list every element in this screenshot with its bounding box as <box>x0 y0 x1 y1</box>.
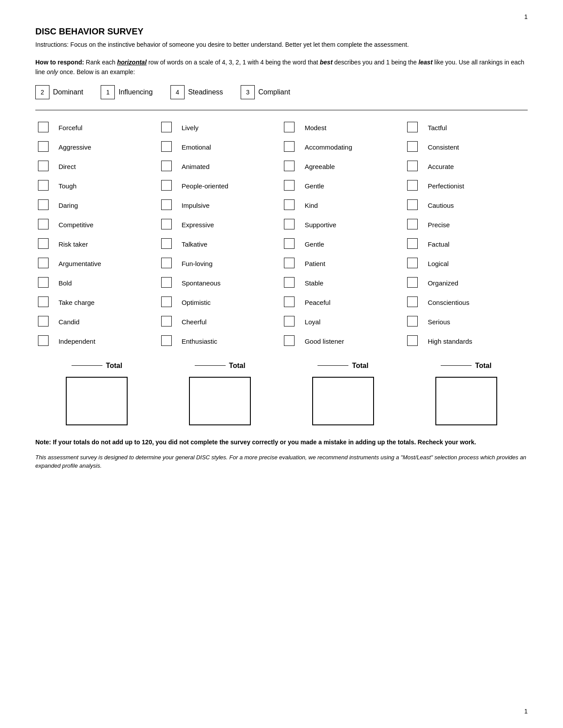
checkbox-cell-r4-c0 <box>35 196 56 215</box>
checkbox-r2-c0[interactable] <box>38 161 49 171</box>
word-cell-r8-c0: Bold <box>56 274 158 293</box>
checkbox-r3-c0[interactable] <box>38 180 49 191</box>
totals-section: Total Total Total Total <box>35 362 528 370</box>
checkbox-r2-c3[interactable] <box>407 161 418 171</box>
checkbox-cell-r8-c0 <box>35 274 56 293</box>
large-box-3 <box>312 377 374 425</box>
checkbox-cell-r6-c0 <box>35 235 56 254</box>
word-cell-r7-c1: Fun-loving <box>179 254 281 274</box>
word-cell-r2-c3: Accurate <box>425 157 528 176</box>
word-cell-r8-c1: Spontaneous <box>179 274 281 293</box>
checkbox-cell-r10-c3 <box>404 312 425 332</box>
checkbox-r1-c1[interactable] <box>161 141 172 152</box>
checkbox-r8-c3[interactable] <box>407 277 418 288</box>
table-row: ArgumentativeFun-lovingPatientLogical <box>35 254 528 274</box>
word-cell-r10-c2: Loyal <box>302 312 404 332</box>
checkbox-r5-c1[interactable] <box>161 219 172 229</box>
checkbox-r1-c2[interactable] <box>284 141 295 152</box>
word-cell-r9-c0: Take charge <box>56 293 158 312</box>
checkbox-r9-c0[interactable] <box>38 296 49 307</box>
checkbox-r3-c1[interactable] <box>161 180 172 191</box>
example-item: 1Influencing <box>101 85 152 99</box>
checkbox-r9-c3[interactable] <box>407 296 418 307</box>
checkbox-cell-r5-c0 <box>35 215 56 235</box>
checkbox-cell-r2-c1 <box>159 157 179 176</box>
survey-table: ForcefulLivelyModestTactfulAggressiveEmo… <box>35 118 528 351</box>
checkbox-cell-r6-c1 <box>159 235 179 254</box>
word-cell-r5-c0: Competitive <box>56 215 158 235</box>
page-number-top: 1 <box>524 13 528 20</box>
checkbox-cell-r5-c2 <box>281 215 302 235</box>
word-cell-r6-c0: Risk taker <box>56 235 158 254</box>
checkbox-r3-c2[interactable] <box>284 180 295 191</box>
word-cell-r6-c1: Talkative <box>179 235 281 254</box>
checkbox-r3-c3[interactable] <box>407 180 418 191</box>
checkbox-r5-c2[interactable] <box>284 219 295 229</box>
checkbox-r6-c1[interactable] <box>161 238 172 249</box>
checkbox-cell-r3-c1 <box>159 176 179 196</box>
example-word: Steadiness <box>188 88 223 96</box>
checkbox-r8-c2[interactable] <box>284 277 295 288</box>
table-row: Risk takerTalkativeGentleFactual <box>35 235 528 254</box>
checkbox-r10-c3[interactable] <box>407 316 418 326</box>
checkbox-r11-c1[interactable] <box>161 335 172 346</box>
checkbox-cell-r9-c2 <box>281 293 302 312</box>
word-cell-r1-c0: Aggressive <box>56 138 158 157</box>
checkbox-r0-c2[interactable] <box>284 122 295 132</box>
checkbox-r7-c1[interactable] <box>161 258 172 268</box>
word-cell-r3-c0: Tough <box>56 176 158 196</box>
checkbox-r7-c2[interactable] <box>284 258 295 268</box>
total-3: Total <box>317 362 368 370</box>
checkbox-r7-c0[interactable] <box>38 258 49 268</box>
checkbox-cell-r7-c1 <box>159 254 179 274</box>
example-rank-box: 2 <box>35 85 49 99</box>
checkbox-cell-r3-c0 <box>35 176 56 196</box>
checkbox-r6-c0[interactable] <box>38 238 49 249</box>
word-cell-r8-c3: Organized <box>425 274 528 293</box>
checkbox-r5-c0[interactable] <box>38 219 49 229</box>
word-cell-r8-c2: Stable <box>302 274 404 293</box>
checkbox-r2-c1[interactable] <box>161 161 172 171</box>
checkbox-r1-c3[interactable] <box>407 141 418 152</box>
checkbox-r6-c2[interactable] <box>284 238 295 249</box>
checkbox-r1-c0[interactable] <box>38 141 49 152</box>
checkbox-r2-c2[interactable] <box>284 161 295 171</box>
checkbox-r0-c3[interactable] <box>407 122 418 132</box>
table-row: IndependentEnthusiasticGood listenerHigh… <box>35 332 528 351</box>
checkbox-r9-c2[interactable] <box>284 296 295 307</box>
checkbox-r0-c0[interactable] <box>38 122 49 132</box>
checkbox-r8-c1[interactable] <box>161 277 172 288</box>
checkbox-r10-c0[interactable] <box>38 316 49 326</box>
table-row: AggressiveEmotionalAccommodatingConsiste… <box>35 138 528 157</box>
checkbox-r11-c0[interactable] <box>38 335 49 346</box>
checkbox-r4-c1[interactable] <box>161 199 172 210</box>
large-box-1 <box>66 377 128 425</box>
checkbox-cell-r11-c0 <box>35 332 56 351</box>
word-cell-r4-c2: Kind <box>302 196 404 215</box>
checkbox-r4-c0[interactable] <box>38 199 49 210</box>
total-label-2: Total <box>229 362 246 370</box>
checkbox-cell-r0-c3 <box>404 118 425 138</box>
checkbox-r11-c3[interactable] <box>407 335 418 346</box>
checkbox-r10-c1[interactable] <box>161 316 172 326</box>
checkbox-r8-c0[interactable] <box>38 277 49 288</box>
checkbox-r10-c2[interactable] <box>284 316 295 326</box>
checkbox-cell-r5-c1 <box>159 215 179 235</box>
checkbox-cell-r8-c2 <box>281 274 302 293</box>
checkbox-r9-c1[interactable] <box>161 296 172 307</box>
checkbox-cell-r10-c1 <box>159 312 179 332</box>
checkbox-r6-c3[interactable] <box>407 238 418 249</box>
checkbox-cell-r0-c0 <box>35 118 56 138</box>
how-to-label: How to respond: <box>35 59 84 66</box>
checkbox-r11-c2[interactable] <box>284 335 295 346</box>
word-cell-r0-c0: Forceful <box>56 118 158 138</box>
checkbox-r0-c1[interactable] <box>161 122 172 132</box>
checkbox-r5-c3[interactable] <box>407 219 418 229</box>
checkbox-r4-c3[interactable] <box>407 199 418 210</box>
total-label-1: Total <box>106 362 122 370</box>
table-row: ToughPeople-orientedGentlePerfectionist <box>35 176 528 196</box>
checkbox-r4-c2[interactable] <box>284 199 295 210</box>
checkbox-cell-r0-c2 <box>281 118 302 138</box>
checkbox-r7-c3[interactable] <box>407 258 418 268</box>
table-row: CandidCheerfulLoyalSerious <box>35 312 528 332</box>
